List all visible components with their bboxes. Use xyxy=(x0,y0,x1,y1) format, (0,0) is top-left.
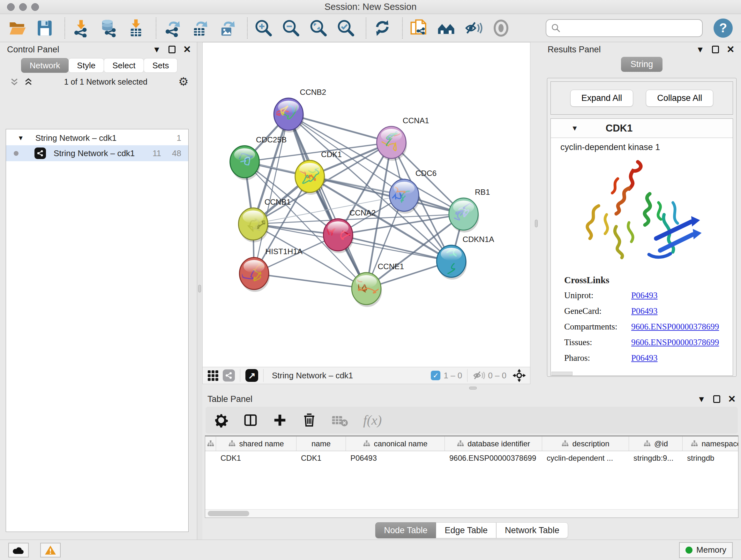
table-panel-collapse-icon[interactable]: ▼ xyxy=(697,395,705,403)
edge-CCNA2-CDKN1A[interactable] xyxy=(338,235,451,261)
memory-button[interactable]: Memory xyxy=(679,542,733,558)
edge-CCNB2-CCNE1[interactable] xyxy=(288,114,366,288)
cloud-status-button[interactable] xyxy=(8,543,29,557)
export-table-button[interactable] xyxy=(190,18,210,38)
edge-CDK1-RB1[interactable] xyxy=(310,176,464,214)
selected-checkbox-icon[interactable]: ✓ xyxy=(431,371,441,380)
expand-all-icon[interactable] xyxy=(23,77,33,86)
node-HIST1H1A[interactable]: HIST1H1A xyxy=(239,247,303,292)
cell-at-id[interactable]: stringdb:9... xyxy=(629,454,683,462)
import-network-database-button[interactable] xyxy=(98,18,119,38)
results-scrollbar-thumb[interactable] xyxy=(551,372,572,375)
collection-expander-icon[interactable]: ▼ xyxy=(17,134,24,142)
column-header-name[interactable]: name xyxy=(296,436,346,451)
show-column-panel-icon[interactable] xyxy=(243,413,258,428)
save-session-button[interactable] xyxy=(35,18,55,38)
column-header-database-identifier[interactable]: database identifier xyxy=(445,436,542,451)
right-splitter[interactable] xyxy=(530,42,542,384)
collapse-all-icon[interactable] xyxy=(10,77,19,86)
right-splitter-handle[interactable] xyxy=(535,220,538,227)
horizontal-splitter-handle[interactable] xyxy=(469,387,477,389)
table-scrollbar-thumb[interactable] xyxy=(208,511,249,516)
tab-network[interactable]: Network xyxy=(21,58,69,73)
network-options-gear-icon[interactable]: ⚙ xyxy=(179,75,189,88)
export-network-button[interactable] xyxy=(162,18,183,38)
protein-card-header[interactable]: ▼ CDK1 xyxy=(551,119,733,138)
crosslink-compartments[interactable]: 9606.ENSP00000378699 xyxy=(631,322,719,332)
cell-database-identifier[interactable]: 9606.ENSP00000378699 xyxy=(445,454,542,462)
search-input[interactable] xyxy=(564,23,697,33)
show-graphics-details-button[interactable] xyxy=(491,18,511,38)
left-splitter-handle[interactable] xyxy=(198,285,201,293)
open-session-button[interactable] xyxy=(7,18,27,38)
horizontal-splitter[interactable] xyxy=(202,384,741,392)
node-CCNA2[interactable]: CCNA2 xyxy=(323,208,376,253)
tab-sets[interactable]: Sets xyxy=(144,58,178,73)
crosslink-pharos[interactable]: P06493 xyxy=(631,353,658,363)
crosslink-tissues[interactable]: 9606.ENSP00000378699 xyxy=(631,337,719,348)
column-header-description[interactable]: description xyxy=(542,436,629,451)
tab-node-table[interactable]: Node Table xyxy=(375,522,436,538)
refresh-button[interactable] xyxy=(372,18,393,38)
protein-expander-icon[interactable]: ▼ xyxy=(571,124,578,132)
cell-namespace[interactable]: stringdb xyxy=(683,454,738,462)
add-column-icon[interactable] xyxy=(273,413,287,428)
crosslink-genecard[interactable]: P06493 xyxy=(631,306,658,316)
table-panel-float-icon[interactable] xyxy=(713,395,720,403)
grid-view-icon[interactable] xyxy=(208,370,218,381)
cell-canonical-name[interactable]: P06493 xyxy=(346,454,445,462)
tab-style[interactable]: Style xyxy=(68,58,104,73)
network-type-icon[interactable] xyxy=(223,369,235,381)
collapse-all-button[interactable]: Collapse All xyxy=(646,90,713,107)
node-CCNE1[interactable]: CCNE1 xyxy=(352,262,404,307)
network-collection-row[interactable]: ▼ String Network – cdk1 1 xyxy=(6,131,188,145)
column-header-shared-name[interactable]: shared name xyxy=(216,436,296,451)
import-network-file-button[interactable] xyxy=(71,18,91,38)
results-panel-collapse-icon[interactable]: ▼ xyxy=(696,45,704,54)
left-splitter[interactable] xyxy=(197,42,202,540)
crosslink-uniprot[interactable]: P06493 xyxy=(631,291,658,300)
node-CDKN1A[interactable]: CDKN1A xyxy=(436,235,494,280)
table-panel-close-icon[interactable]: ✕ xyxy=(728,394,736,404)
delete-column-icon[interactable] xyxy=(302,413,317,428)
node-CCNB2[interactable]: CCNB2 xyxy=(273,88,326,132)
control-panel-float-icon[interactable] xyxy=(169,46,176,53)
network-graph[interactable]: CCNB2CCNA1CDC25BCDK1CDC6RB1CCNB1CCNA2CDK… xyxy=(203,43,530,367)
delete-table-icon[interactable] xyxy=(331,413,348,428)
tab-string-results[interactable]: String xyxy=(621,57,663,72)
tab-edge-table[interactable]: Edge Table xyxy=(436,522,496,538)
control-panel-close-icon[interactable]: ✕ xyxy=(183,45,191,54)
results-panel-close-icon[interactable]: ✕ xyxy=(727,45,735,54)
zoom-out-button[interactable] xyxy=(281,18,301,38)
import-table-button[interactable] xyxy=(126,18,146,38)
first-neighbors-button[interactable] xyxy=(436,18,456,38)
column-header-at-id[interactable]: @id xyxy=(629,436,683,451)
cell-name[interactable]: CDK1 xyxy=(296,454,346,462)
table-settings-gear-icon[interactable] xyxy=(214,413,228,428)
center-view-icon[interactable] xyxy=(512,368,526,382)
edge-HIST1H1A-CCNE1[interactable] xyxy=(254,273,366,289)
birds-eye-view-icon[interactable]: ↗ xyxy=(246,369,258,382)
tab-network-table[interactable]: Network Table xyxy=(496,522,568,538)
zoom-in-button[interactable] xyxy=(253,18,274,38)
network-row-selected[interactable]: String Network – cdk1 11 48 xyxy=(6,145,188,161)
node-RB1[interactable]: RB1 xyxy=(449,188,490,233)
column-header-canonical-name[interactable]: canonical name xyxy=(346,436,445,451)
function-builder-icon[interactable]: f(x) xyxy=(363,413,382,428)
duplicate-network-button[interactable] xyxy=(408,18,429,38)
help-button[interactable]: ? xyxy=(714,18,733,38)
table-horizontal-scrollbar[interactable] xyxy=(205,509,738,517)
warnings-button[interactable] xyxy=(40,543,61,557)
cell-description[interactable]: cyclin-dependent ... xyxy=(542,454,629,462)
tab-select[interactable]: Select xyxy=(104,58,144,73)
zoom-selected-button[interactable] xyxy=(336,18,356,38)
network-canvas[interactable]: CCNB2CCNA1CDC25BCDK1CDC6RB1CCNB1CCNA2CDK… xyxy=(202,42,530,367)
node-CCNA1[interactable]: CCNA1 xyxy=(377,116,429,161)
control-panel-collapse-icon[interactable]: ▼ xyxy=(152,45,161,54)
results-panel-float-icon[interactable] xyxy=(712,46,719,53)
zoom-fit-button[interactable] xyxy=(308,18,329,38)
export-image-button[interactable] xyxy=(217,18,238,38)
column-header-namespace[interactable]: namespace xyxy=(683,436,738,451)
hide-selected-button[interactable] xyxy=(463,18,484,38)
expand-all-button[interactable]: Expand All xyxy=(570,90,633,107)
